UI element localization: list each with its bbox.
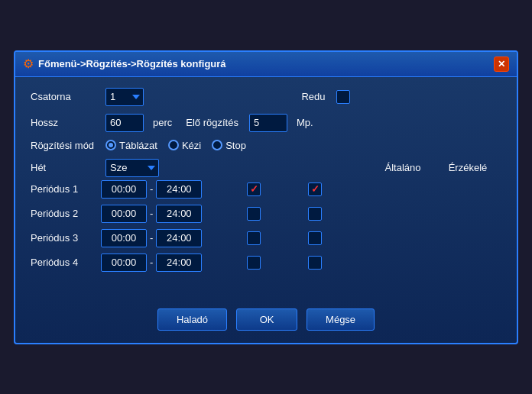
period-label-2: Periódus 2 [31, 208, 101, 219]
redu-checkbox[interactable] [336, 90, 350, 104]
general-checkbox-cell-1 [223, 182, 284, 196]
redu-label: Redu [301, 91, 325, 102]
radio-tablazat-label: Táblázat [119, 140, 157, 151]
period-label-1: Periódus 1 [31, 183, 101, 195]
radio-tablazat[interactable]: Táblázat [105, 140, 157, 151]
mode-label: Rögzítési mód [31, 140, 99, 151]
radio-kezi[interactable]: Kézi [168, 140, 201, 151]
close-button[interactable]: ✕ [494, 57, 509, 72]
radio-kezi-circle [168, 140, 179, 150]
het-select[interactable]: HétKedSzeCsüPénSzoVas [105, 159, 159, 177]
title-bar: ⚙ Főmenü->Rögzítés->Rögzítés konfigurá ✕ [15, 52, 517, 77]
het-label: Hét [31, 162, 99, 173]
period-label-4: Periódus 4 [31, 257, 101, 268]
altalano-header: Általáno [368, 162, 437, 173]
time-range-4: - [101, 254, 223, 272]
general-checkbox-cell-4 [223, 256, 284, 270]
general-checkbox-cell-3 [223, 231, 284, 245]
het-row: Hét HétKedSzeCsüPénSzoVas Általáno Érzék… [31, 159, 501, 177]
period-row-1: Periódus 1 - [31, 180, 501, 199]
radio-kezi-label: Kézi [182, 140, 201, 151]
mode-radio-group: Táblázat Kézi Stop [105, 140, 246, 151]
general-checkbox-2[interactable] [247, 207, 261, 221]
sense-checkbox-3[interactable] [308, 231, 322, 245]
ok-button[interactable]: OK [236, 308, 297, 331]
title-icon: ⚙ [23, 57, 34, 71]
radio-stop-circle [212, 140, 222, 150]
pre-rec-label: Elő rögzítés [186, 117, 238, 128]
time-end-1[interactable] [156, 180, 202, 199]
period-row-3: Periódus 3 - [31, 229, 501, 247]
sense-checkbox-4[interactable] [308, 256, 322, 270]
periods-container: Periódus 1 - Periódus 2 - [31, 180, 501, 272]
dialog-content: Csatorna 1234 Redu Hossz perc Elő rögzít… [15, 77, 517, 289]
csatorna-label: Csatorna [31, 91, 99, 102]
sense-checkbox-cell-1 [284, 182, 345, 196]
time-range-2: - [101, 205, 223, 223]
pre-rec-input[interactable] [249, 114, 287, 132]
sense-checkbox-cell-3 [284, 231, 345, 245]
time-sep-3: - [150, 232, 153, 244]
time-start-3[interactable] [101, 229, 147, 247]
sense-checkbox-cell-2 [284, 207, 345, 221]
footer: Haladó OK Mégse [15, 296, 517, 343]
radio-tablazat-circle [105, 140, 116, 150]
hossz-row: Hossz perc Elő rögzítés Mp. [31, 114, 501, 132]
time-sep-2: - [150, 208, 153, 219]
time-end-2[interactable] [156, 205, 202, 223]
time-start-4[interactable] [101, 254, 147, 272]
hossz-label: Hossz [31, 117, 99, 128]
time-sep-4: - [150, 257, 153, 268]
time-start-2[interactable] [101, 205, 147, 223]
erzekele-header: Érzékelé [437, 162, 498, 173]
time-sep-1: - [150, 183, 153, 195]
time-end-3[interactable] [156, 229, 202, 247]
sense-checkbox-cell-4 [284, 256, 345, 270]
csatorna-row: Csatorna 1234 Redu [31, 88, 501, 106]
title-bar-left: ⚙ Főmenü->Rögzítés->Rögzítés konfigurá [23, 57, 226, 71]
csatorna-select[interactable]: 1234 [105, 88, 144, 106]
megse-button[interactable]: Mégse [307, 308, 375, 331]
general-checkbox-cell-2 [223, 207, 284, 221]
halado-button[interactable]: Haladó [157, 308, 227, 331]
time-start-1[interactable] [101, 180, 147, 199]
time-range-1: - [101, 180, 223, 199]
time-range-3: - [101, 229, 223, 247]
sense-checkbox-1[interactable] [308, 182, 322, 196]
period-label-3: Periódus 3 [31, 232, 101, 244]
general-checkbox-4[interactable] [247, 256, 261, 270]
period-row-2: Periódus 2 - [31, 205, 501, 223]
general-checkbox-3[interactable] [247, 231, 261, 245]
radio-stop-label: Stop [225, 140, 246, 151]
period-row-4: Periódus 4 - [31, 254, 501, 272]
radio-stop[interactable]: Stop [212, 140, 246, 151]
dialog: ⚙ Főmenü->Rögzítés->Rögzítés konfigurá ✕… [14, 50, 518, 344]
hossz-input[interactable] [105, 114, 144, 132]
time-end-4[interactable] [156, 254, 202, 272]
sense-checkbox-2[interactable] [308, 207, 322, 221]
perc-label: perc [153, 117, 172, 128]
general-checkbox-1[interactable] [247, 182, 261, 196]
mp-label: Mp. [297, 117, 313, 128]
dialog-title: Főmenü->Rögzítés->Rögzítés konfigurá [38, 58, 226, 69]
mode-row: Rögzítési mód Táblázat Kézi Stop [31, 140, 501, 151]
